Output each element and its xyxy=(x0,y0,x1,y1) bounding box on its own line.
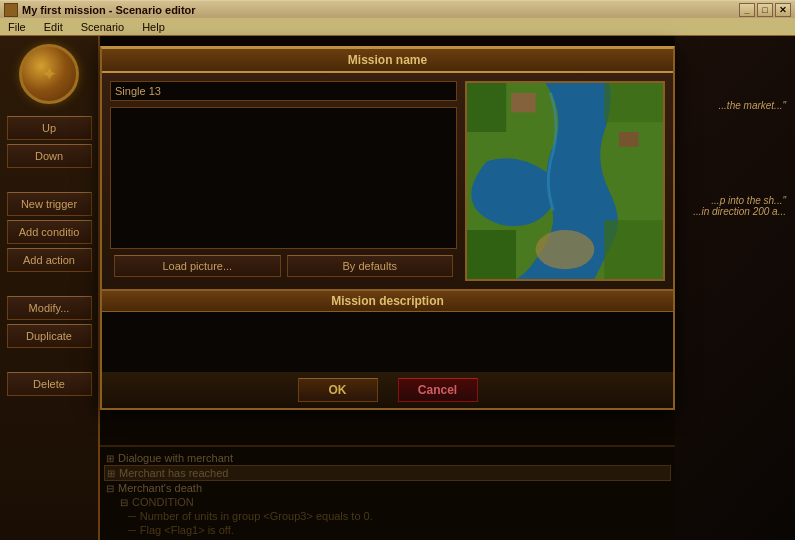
dialog-body: Load picture... By defaults xyxy=(102,73,673,289)
maximize-button[interactable]: □ xyxy=(757,3,773,17)
add-condition-button[interactable]: Add conditio xyxy=(7,220,92,244)
dialog-overlay: Mission name Load picture... By defaults xyxy=(100,36,675,540)
dialog-footer: OK Cancel xyxy=(102,372,673,408)
svg-rect-6 xyxy=(511,93,535,113)
mission-text-area[interactable] xyxy=(110,107,457,249)
main-area: Up Down New trigger Add conditio Add act… xyxy=(0,36,795,540)
title-bar-left: My first mission - Scenario editor xyxy=(4,3,196,17)
down-button[interactable]: Down xyxy=(7,144,92,168)
by-defaults-button[interactable]: By defaults xyxy=(287,255,454,277)
svg-rect-7 xyxy=(619,132,639,147)
description-header: Mission description xyxy=(102,291,673,312)
description-label: Mission description xyxy=(331,294,444,308)
mission-name-input[interactable] xyxy=(110,81,457,101)
delete-button[interactable]: Delete xyxy=(7,372,92,396)
load-picture-button[interactable]: Load picture... xyxy=(114,255,281,277)
menu-file[interactable]: File xyxy=(4,21,30,33)
mission-name-label: Mission name xyxy=(348,53,427,67)
title-bar: My first mission - Scenario editor _ □ ✕ xyxy=(0,0,795,18)
cancel-button[interactable]: Cancel xyxy=(398,378,478,402)
right-panel-text-2: ...p into the sh..." ...in direction 200… xyxy=(689,191,790,221)
svg-rect-3 xyxy=(467,230,516,279)
close-button[interactable]: ✕ xyxy=(775,3,791,17)
right-panel-text-1: ...the market..." xyxy=(715,96,790,115)
map-svg xyxy=(467,83,663,279)
svg-rect-1 xyxy=(467,83,506,132)
mission-dialog: Mission name Load picture... By defaults xyxy=(100,46,675,410)
menu-help[interactable]: Help xyxy=(138,21,169,33)
description-section: Mission description xyxy=(102,289,673,372)
duplicate-button[interactable]: Duplicate xyxy=(7,324,92,348)
mission-name-header: Mission name xyxy=(102,49,673,73)
modify-button[interactable]: Modify... xyxy=(7,296,92,320)
center-panel: Mission name Load picture... By defaults xyxy=(100,36,675,540)
window-title: My first mission - Scenario editor xyxy=(22,4,196,16)
svg-rect-4 xyxy=(604,220,663,279)
add-action-button[interactable]: Add action xyxy=(7,248,92,272)
dialog-left: Load picture... By defaults xyxy=(110,81,457,281)
svg-point-5 xyxy=(536,230,595,269)
ok-button[interactable]: OK xyxy=(298,378,378,402)
right-panel: ...the market..." ...p into the sh..." .… xyxy=(675,36,795,540)
dialog-buttons-row: Load picture... By defaults xyxy=(110,255,457,281)
up-button[interactable]: Up xyxy=(7,116,92,140)
window-controls: _ □ ✕ xyxy=(739,3,791,17)
menu-scenario[interactable]: Scenario xyxy=(77,21,128,33)
medallion-icon xyxy=(19,44,79,104)
menu-bar: File Edit Scenario Help xyxy=(0,18,795,36)
svg-rect-2 xyxy=(604,83,663,122)
new-trigger-button[interactable]: New trigger xyxy=(7,192,92,216)
app-icon xyxy=(4,3,18,17)
minimize-button[interactable]: _ xyxy=(739,3,755,17)
map-preview xyxy=(465,81,665,281)
left-sidebar: Up Down New trigger Add conditio Add act… xyxy=(0,36,100,540)
menu-edit[interactable]: Edit xyxy=(40,21,67,33)
description-content[interactable] xyxy=(102,312,673,372)
